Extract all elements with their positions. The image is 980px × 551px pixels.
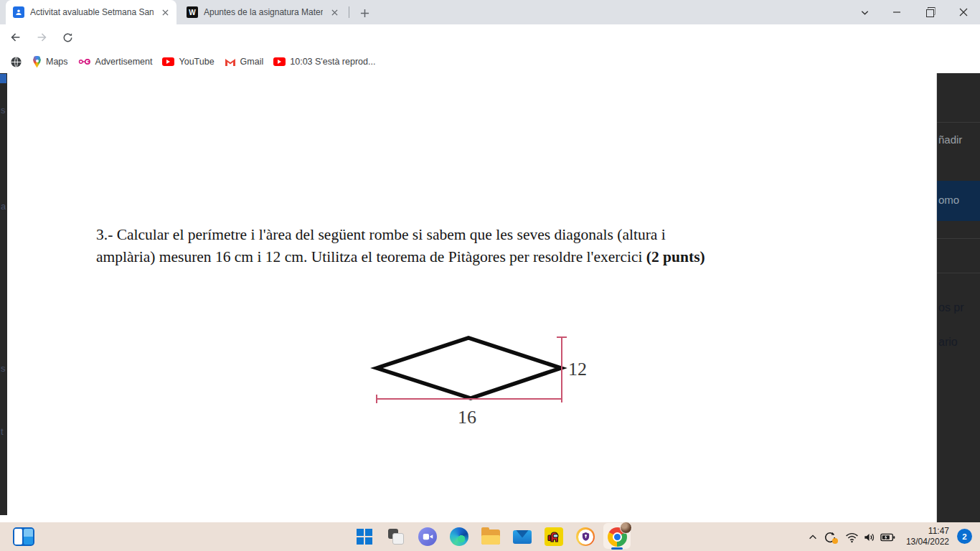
exercise-points: (2 punts)	[646, 248, 705, 265]
task-view-icon	[388, 529, 404, 545]
edge-button[interactable]	[443, 522, 475, 551]
bookmark-youtube[interactable]: YouTube	[162, 57, 214, 67]
dimmed-blue-fragment	[0, 74, 6, 83]
tab-title: Apuntes de la asignatura Matemá	[204, 7, 323, 17]
bookmark-globe[interactable]	[10, 56, 22, 68]
window-minimize-button[interactable]	[881, 0, 913, 24]
tray-sync-update-icon[interactable]	[822, 529, 838, 545]
clock-time: 11:47	[897, 526, 949, 537]
taskbar: 11:47 13/04/2022 2	[0, 522, 980, 551]
browser-toolbar: classroom.google.com/c/MzkwMTQ2MTcwOTUx/…	[0, 24, 980, 50]
wifi-icon[interactable]	[844, 529, 859, 545]
mail-envelope-icon	[513, 530, 532, 544]
w-document-favicon-icon: W	[187, 6, 198, 18]
window-restore-button[interactable]	[914, 0, 946, 24]
globe-icon	[10, 56, 22, 68]
taskbar-clock[interactable]: 11:47 13/04/2022	[897, 526, 949, 547]
dimmed-page-right-edge: ñadir omo os pr ario	[937, 73, 980, 522]
window-close-button[interactable]	[948, 0, 979, 24]
tab-divider	[349, 6, 349, 18]
windows-logo-icon	[357, 529, 372, 545]
bookmark-maps[interactable]: Maps	[32, 56, 68, 68]
dimmed-highlighted-button: omo	[937, 181, 980, 221]
gmail-icon	[225, 57, 236, 67]
task-view-button[interactable]	[380, 522, 412, 551]
exercise-line2: amplària) mesuren 16 cm i 12 cm. Utilitz…	[96, 248, 646, 265]
youtube-icon	[162, 57, 174, 66]
chrome-profile-badge	[620, 522, 632, 534]
rhombus-shape	[377, 338, 561, 398]
dimension-16-label: 16	[458, 407, 476, 428]
left-fragment: a	[1, 201, 6, 212]
bookmarks-bar: Maps Advertisement YouTube Gmail 10:03 S…	[0, 50, 980, 74]
right-fragment: ñadir	[938, 133, 962, 146]
left-fragment: t	[1, 426, 4, 437]
tab-apuntes[interactable]: W Apuntes de la asignatura Matemá	[179, 0, 346, 24]
notification-count-badge[interactable]: 2	[957, 529, 972, 544]
restore-icon	[926, 9, 934, 17]
teams-chat-icon	[418, 527, 437, 546]
exercise-line1: 3.- Calcular el perímetre i l'àrea del s…	[96, 226, 666, 243]
update-dot	[832, 538, 838, 544]
left-fragment: s	[1, 105, 6, 116]
avast-shield-icon	[576, 527, 595, 546]
tab-close-icon[interactable]	[159, 6, 171, 18]
left-fragment: s	[1, 363, 6, 374]
tray-chevron-up-icon[interactable]	[805, 529, 821, 545]
right-fragment: os pr	[938, 301, 964, 314]
maps-pin-icon	[32, 56, 42, 68]
rhombus-figure: 12 16	[366, 326, 624, 433]
folder-icon	[481, 529, 500, 545]
classroom-favicon-icon	[13, 6, 24, 18]
tab-search-chevron-icon[interactable]	[849, 0, 880, 24]
among-us-button[interactable]	[538, 522, 570, 551]
volume-icon[interactable]	[862, 529, 877, 545]
dimmed-page-left-edge: s a s t	[0, 73, 7, 515]
bookmark-youtube-playing[interactable]: 10:03 S'està reprod...	[273, 57, 375, 67]
edge-icon	[450, 527, 468, 546]
start-button[interactable]	[349, 522, 380, 551]
youtube-icon	[273, 57, 286, 66]
right-fragment: ario	[938, 336, 958, 349]
active-app-indicator	[611, 547, 623, 550]
battery-charging-icon[interactable]	[880, 529, 895, 545]
clock-date: 13/04/2022	[897, 537, 949, 547]
tab-strip: Activitat avaluable Setmana Santa W Apun…	[0, 0, 980, 24]
dimension-12-label: 12	[568, 359, 587, 380]
back-button[interactable]	[6, 27, 26, 47]
bookmark-gmail[interactable]: Gmail	[225, 57, 264, 67]
mail-button[interactable]	[507, 522, 538, 551]
exercise-text: 3.- Calcular el perímetre i l'àrea del s…	[96, 224, 878, 268]
right-fragment: omo	[938, 194, 959, 206]
avast-browser-button[interactable]	[570, 522, 601, 551]
document-preview: 3.- Calcular el perímetre i l'àrea del s…	[7, 73, 937, 522]
tab-classroom[interactable]: Activitat avaluable Setmana Santa	[6, 0, 176, 24]
tab-close-icon[interactable]	[329, 6, 340, 18]
refresh-button[interactable]	[57, 27, 77, 47]
file-explorer-button[interactable]	[475, 522, 507, 551]
bookmark-advertisement[interactable]: Advertisement	[78, 57, 153, 67]
among-us-icon	[545, 527, 563, 546]
widgets-button[interactable]	[13, 527, 34, 546]
new-tab-button[interactable]	[356, 4, 373, 22]
chrome-button-active[interactable]	[601, 522, 633, 551]
teams-chat-button[interactable]	[412, 522, 443, 551]
taskbar-center-icons	[349, 522, 633, 551]
screen: Activitat avaluable Setmana Santa W Apun…	[0, 0, 980, 551]
page-content: 3.- Calcular el perímetre i l'àrea del s…	[0, 73, 980, 522]
tab-title: Activitat avaluable Setmana Santa	[30, 7, 154, 17]
key-icon	[78, 57, 91, 67]
forward-button[interactable]	[32, 27, 52, 47]
